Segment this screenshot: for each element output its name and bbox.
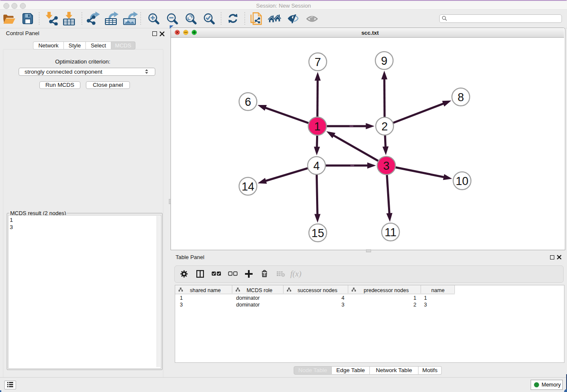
svg-text:4: 4 — [313, 160, 319, 172]
svg-text:7: 7 — [314, 56, 321, 69]
svg-text:14: 14 — [242, 180, 254, 193]
svg-text:9: 9 — [381, 55, 387, 67]
svg-text:2: 2 — [381, 120, 388, 133]
svg-text:8: 8 — [457, 91, 464, 104]
svg-text:11: 11 — [385, 226, 396, 239]
svg-text:1: 1 — [314, 120, 320, 133]
svg-text:10: 10 — [456, 175, 468, 188]
svg-text:15: 15 — [311, 227, 324, 240]
svg-text:6: 6 — [245, 96, 251, 108]
svg-text:3: 3 — [383, 160, 389, 172]
